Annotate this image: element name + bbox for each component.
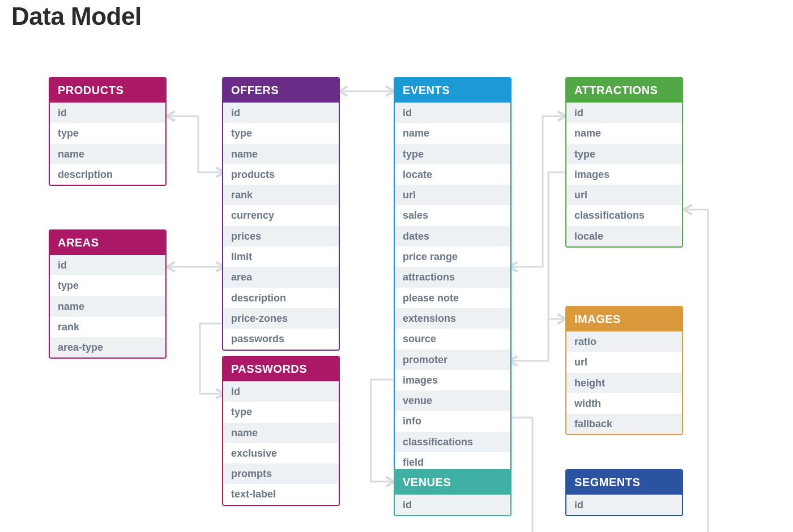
- field: url: [566, 352, 682, 372]
- field: type: [50, 275, 165, 296]
- field: passwords: [223, 329, 339, 349]
- entity-images-body: ratio url height width fallback: [566, 331, 682, 434]
- field: url: [566, 185, 682, 205]
- conn-attractions-images: [548, 172, 565, 319]
- entity-attractions-header: ATTRACTIONS: [566, 78, 682, 103]
- field: type: [395, 144, 510, 164]
- field: id: [566, 103, 682, 123]
- field: description: [223, 288, 339, 308]
- field: name: [566, 123, 682, 143]
- field: products: [223, 164, 339, 185]
- entity-areas: AREAS id type name rank area-type: [49, 229, 167, 359]
- field: id: [223, 103, 339, 123]
- page-title: Data Model: [11, 2, 142, 31]
- field: description: [50, 164, 165, 185]
- conn-attractions-segments: [685, 210, 708, 532]
- field: type: [223, 402, 339, 422]
- field: limit: [223, 246, 339, 267]
- entity-attractions-body: id name type images url classifications …: [566, 103, 682, 246]
- entity-offers-body: id type name products rank currency pric…: [223, 103, 339, 350]
- field: locale: [566, 226, 682, 246]
- field: info: [395, 411, 510, 431]
- entity-products: PRODUCTS id type name description: [49, 77, 167, 186]
- field: type: [223, 123, 339, 143]
- field: area-type: [50, 337, 165, 357]
- entity-segments: SEGMENTS id: [565, 469, 683, 516]
- field: text-label: [223, 484, 339, 504]
- entity-images-header: IMAGES: [566, 307, 682, 331]
- field: id: [395, 103, 510, 123]
- entity-areas-header: AREAS: [50, 231, 165, 255]
- field: exclusive: [223, 443, 339, 463]
- field: name: [395, 123, 510, 143]
- field: attractions: [395, 267, 510, 287]
- field: currency: [223, 205, 339, 225]
- field: prompts: [223, 463, 339, 484]
- field: promoter: [395, 350, 510, 370]
- conn-events-segments-a: [510, 418, 532, 532]
- field: price range: [395, 246, 510, 267]
- field: venue: [395, 390, 510, 411]
- field: type: [566, 144, 682, 164]
- conn-offers-passwords: [200, 324, 223, 394]
- field: price-zones: [223, 308, 339, 329]
- entity-passwords: PASSWORDS id type name exclusive prompts…: [222, 356, 340, 506]
- field: fallback: [566, 414, 682, 434]
- entity-passwords-header: PASSWORDS: [223, 357, 339, 381]
- entity-events-header: EVENTS: [395, 78, 510, 103]
- data-model-diagram: Data Model: [0, 0, 793, 532]
- conn-events-attractions: [510, 116, 565, 267]
- field: type: [50, 123, 165, 143]
- field: url: [395, 185, 510, 205]
- entity-venues: VENUES id: [394, 469, 511, 516]
- entity-offers: OFFERS id type name products rank curren…: [222, 77, 340, 351]
- entity-segments-body: id: [566, 495, 682, 515]
- field: id: [223, 381, 339, 402]
- field: height: [566, 373, 682, 393]
- field: id: [50, 255, 165, 275]
- entity-products-header: PRODUCTS: [50, 78, 165, 103]
- entity-attractions: ATTRACTIONS id name type images url clas…: [565, 77, 683, 248]
- entity-images: IMAGES ratio url height width fallback: [565, 306, 683, 435]
- field: id: [395, 495, 510, 515]
- entity-venues-body: id: [395, 495, 510, 515]
- field: width: [566, 393, 682, 414]
- field: prices: [223, 226, 339, 246]
- entity-products-body: id type name description: [50, 103, 165, 185]
- field: extensions: [395, 308, 510, 329]
- field: rank: [50, 317, 165, 337]
- field: images: [566, 164, 682, 185]
- field: rank: [223, 185, 339, 205]
- field: area: [223, 267, 339, 287]
- field: please note: [395, 288, 510, 308]
- field: images: [395, 370, 510, 390]
- conn-offers-products: [168, 116, 223, 172]
- field: dates: [395, 226, 510, 246]
- field: id: [50, 103, 165, 123]
- field: name: [50, 144, 165, 164]
- field: name: [50, 296, 165, 317]
- entity-areas-body: id type name rank area-type: [50, 255, 165, 357]
- field: sales: [395, 205, 510, 225]
- conn-events-images: [510, 319, 565, 361]
- field: name: [223, 423, 339, 443]
- entity-segments-header: SEGMENTS: [566, 470, 682, 495]
- field: id: [566, 495, 682, 515]
- entity-offers-header: OFFERS: [223, 78, 339, 103]
- field: classifications: [395, 432, 510, 452]
- field: classifications: [566, 205, 682, 225]
- field: name: [223, 144, 339, 164]
- entity-venues-header: VENUES: [395, 470, 510, 495]
- entity-events: EVENTS id name type locate url sales dat…: [394, 77, 511, 474]
- field: locate: [395, 164, 510, 185]
- entity-passwords-body: id type name exclusive prompts text-labe…: [223, 381, 339, 505]
- field: ratio: [566, 331, 682, 352]
- field: source: [395, 329, 510, 349]
- conn-events-venues: [371, 380, 393, 482]
- entity-events-body: id name type locate url sales dates pric…: [395, 103, 510, 473]
